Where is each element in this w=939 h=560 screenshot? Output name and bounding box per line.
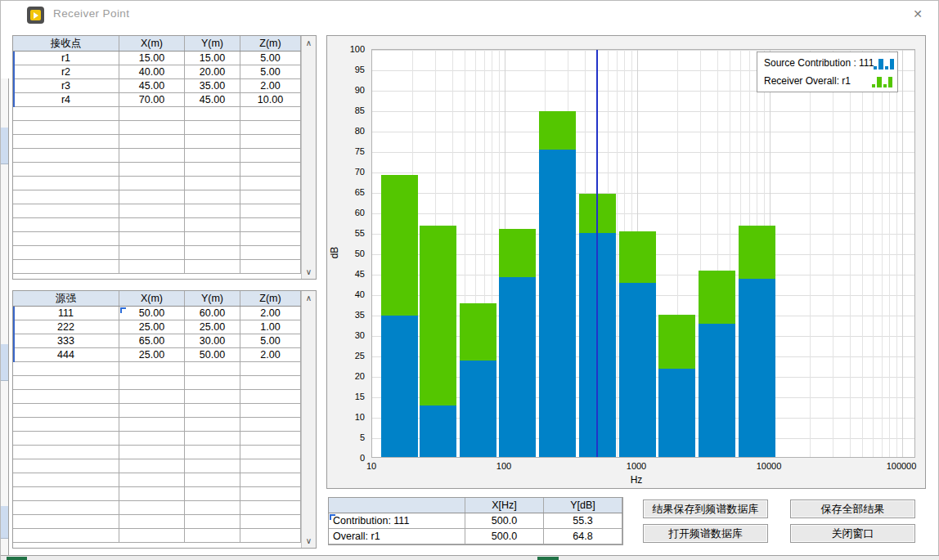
table-cell[interactable] xyxy=(240,177,301,190)
table-row[interactable] xyxy=(13,487,301,501)
table-row[interactable] xyxy=(13,135,301,149)
table-cell[interactable] xyxy=(185,204,240,218)
table-cell[interactable] xyxy=(240,362,301,376)
plot-area[interactable]: Source Contribution : 111 Receiver Overa… xyxy=(371,49,915,458)
table-cell[interactable] xyxy=(13,246,119,260)
table-cell[interactable]: 1.00 xyxy=(240,320,301,334)
table-cell[interactable] xyxy=(119,418,185,432)
table-row[interactable]: 22225.0025.001.00 xyxy=(13,320,301,334)
table-cell[interactable]: Overall: r1 xyxy=(329,529,465,544)
table-cell[interactable] xyxy=(13,459,119,473)
table-cell[interactable] xyxy=(185,404,240,418)
table-cell[interactable] xyxy=(240,121,301,135)
table-cell[interactable] xyxy=(240,149,301,163)
table-cell[interactable] xyxy=(240,404,301,418)
table-cell[interactable] xyxy=(185,487,240,501)
table-cell[interactable]: 50.00 xyxy=(185,348,240,362)
scroll-down-icon[interactable]: ∨ xyxy=(302,265,316,279)
table-row[interactable] xyxy=(13,362,301,376)
table-cell[interactable] xyxy=(240,260,301,274)
table-cell[interactable]: 2.00 xyxy=(240,79,301,93)
table-cell[interactable] xyxy=(119,204,185,218)
table-cell[interactable] xyxy=(240,390,301,404)
table-cell[interactable] xyxy=(185,446,240,459)
table-cell[interactable] xyxy=(13,149,119,163)
open-spectrum-db-button[interactable]: 打开频谱数据库 xyxy=(643,524,768,543)
table-row[interactable] xyxy=(13,246,301,260)
table-cell[interactable] xyxy=(13,418,119,432)
table-cell[interactable] xyxy=(13,163,119,177)
table-cell[interactable] xyxy=(240,163,301,177)
table-cell[interactable] xyxy=(13,218,119,232)
table-cell[interactable] xyxy=(185,232,240,246)
table-cell[interactable] xyxy=(13,487,119,501)
table-cell[interactable]: 60.00 xyxy=(185,307,240,320)
table-row[interactable]: r115.0015.005.00 xyxy=(13,52,301,65)
table-cell[interactable] xyxy=(13,177,119,190)
close-icon[interactable]: ✕ xyxy=(910,7,925,21)
table-cell[interactable] xyxy=(185,260,240,274)
table-cell[interactable] xyxy=(119,190,185,204)
table-cell[interactable] xyxy=(119,501,185,515)
table-cell[interactable] xyxy=(185,390,240,404)
table-cell[interactable] xyxy=(13,515,119,529)
table-row[interactable] xyxy=(13,204,301,218)
table-row[interactable] xyxy=(13,529,301,543)
table-cell[interactable] xyxy=(185,177,240,190)
table-cell[interactable]: Contribution: 111 xyxy=(329,513,465,529)
table-cell[interactable]: 25.00 xyxy=(119,320,185,334)
table-cell[interactable]: 55.3 xyxy=(544,513,622,529)
table-cell[interactable] xyxy=(13,432,119,446)
table-cell[interactable] xyxy=(185,121,240,135)
table-cell[interactable] xyxy=(240,501,301,515)
table-cell[interactable] xyxy=(240,418,301,432)
table-cell[interactable]: 5.00 xyxy=(240,65,301,79)
table-cell[interactable] xyxy=(119,218,185,232)
table-row[interactable]: Overall: r1500.064.8 xyxy=(329,529,622,544)
scroll-up-icon[interactable]: ∧ xyxy=(302,36,316,50)
table-cell[interactable]: 444 xyxy=(13,348,119,362)
source-table-scrollbar[interactable]: ∧ ∨ xyxy=(301,291,316,548)
table-cell[interactable] xyxy=(240,218,301,232)
table-cell[interactable] xyxy=(119,135,185,149)
table-cell[interactable] xyxy=(13,390,119,404)
receiver-table-scrollbar[interactable]: ∧ ∨ xyxy=(301,36,316,279)
chart-cursor-line[interactable] xyxy=(596,50,598,457)
table-cell[interactable]: 30.00 xyxy=(185,334,240,348)
table-cell[interactable]: 5.00 xyxy=(240,334,301,348)
table-cell[interactable] xyxy=(119,487,185,501)
table-cell[interactable]: 111 xyxy=(13,307,119,320)
table-cell[interactable] xyxy=(119,163,185,177)
table-cell[interactable] xyxy=(240,135,301,149)
table-cell[interactable]: r2 xyxy=(13,65,119,79)
table-cell[interactable] xyxy=(119,107,185,121)
save-all-results-button[interactable]: 保存全部结果 xyxy=(790,500,915,518)
table-cell[interactable] xyxy=(119,121,185,135)
table-row[interactable] xyxy=(13,459,301,473)
table-cell[interactable] xyxy=(185,362,240,376)
table-cell[interactable] xyxy=(119,432,185,446)
table-cell[interactable] xyxy=(119,459,185,473)
table-row[interactable] xyxy=(13,177,301,190)
table-cell[interactable]: 15.00 xyxy=(119,52,185,65)
table-cell[interactable] xyxy=(240,529,301,543)
table-cell[interactable]: 45.00 xyxy=(185,93,240,107)
table-cell[interactable] xyxy=(13,404,119,418)
table-row[interactable] xyxy=(13,149,301,163)
table-row[interactable]: Contribution: 111500.055.3 xyxy=(329,513,622,529)
table-cell[interactable] xyxy=(185,473,240,487)
table-cell[interactable] xyxy=(13,121,119,135)
table-cell[interactable]: 40.00 xyxy=(119,65,185,79)
table-cell[interactable] xyxy=(119,446,185,459)
table-cell[interactable] xyxy=(13,135,119,149)
table-cell[interactable] xyxy=(185,163,240,177)
table-row[interactable] xyxy=(13,107,301,121)
table-cell[interactable]: 25.00 xyxy=(185,320,240,334)
table-cell[interactable] xyxy=(185,418,240,432)
table-cell[interactable] xyxy=(185,432,240,446)
scroll-down-icon[interactable]: ∨ xyxy=(302,534,316,548)
table-row[interactable] xyxy=(13,232,301,246)
table-row[interactable] xyxy=(13,376,301,390)
table-row[interactable] xyxy=(13,260,301,274)
table-cell[interactable] xyxy=(13,446,119,459)
